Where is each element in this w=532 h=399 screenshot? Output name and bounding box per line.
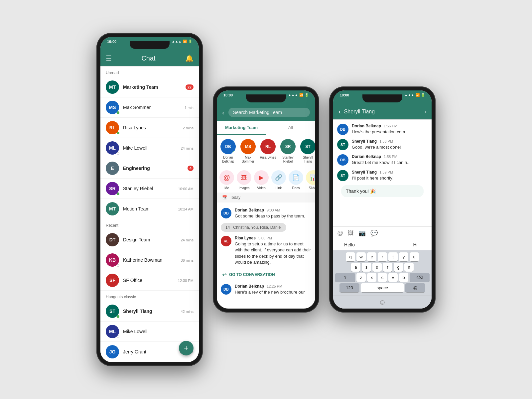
member-name-risa: Risa Lynes: [260, 156, 276, 160]
key-z[interactable]: z: [356, 273, 366, 282]
conv-body-sheryll-1: Sheryll Tiang 1:56 PM Good, we're almost…: [352, 139, 428, 150]
offline-dot-katherine: [117, 264, 119, 267]
autocomplete-empty: [366, 239, 399, 250]
chat-item-max[interactable]: MS Max Sommer 1 min: [100, 97, 199, 118]
action-icon-slides: 📊: [306, 170, 315, 185]
members-row: DB Dorian Belknap MS Max Sommer RL Risa …: [217, 135, 315, 168]
chat-item-sf[interactable]: SF SF Office 12:30 PM: [100, 270, 199, 291]
chat-name-marketing-team: Marketing Team: [123, 84, 186, 90]
menu-icon[interactable]: ☰: [106, 54, 112, 62]
back-button-2[interactable]: ‹: [222, 109, 224, 116]
key-123[interactable]: 123: [339, 283, 359, 292]
action-video[interactable]: ▶ Video: [254, 170, 269, 190]
chat-item-engineering[interactable]: E Engineering 4: [100, 158, 199, 179]
chat-item-mike[interactable]: ML Mike Lowell 24 mins: [100, 138, 199, 158]
chat-info-sf: SF Office: [123, 278, 178, 283]
key-row-1: q w e r t y u: [334, 252, 430, 261]
chat-item-katherine[interactable]: KB Katherine Bowman 36 mins: [100, 250, 199, 270]
conv-body-dorian-1: Dorian Belknap 1:56 PM How's the present…: [352, 124, 428, 135]
msg-dorian-1: DB Dorian Belknap 9:00 AM Got some ideas…: [217, 205, 315, 222]
key-d[interactable]: d: [372, 263, 382, 272]
action-link[interactable]: 🔗 Link: [271, 170, 286, 190]
message-list-2[interactable]: DB Dorian Belknap 9:00 AM Got some ideas…: [217, 202, 315, 309]
msg-avatar-dorian-2: DB: [221, 284, 231, 295]
chat-name-sf: SF Office: [123, 278, 178, 283]
key-r[interactable]: r: [378, 252, 387, 261]
member-dorian[interactable]: DB Dorian Belknap: [219, 139, 237, 164]
msg-risa-1: RL Risa Lynes 5:00 PM Going to setup a t…: [217, 233, 315, 268]
search-header: ‹ Search Marketing Team: [217, 105, 315, 121]
avatar-sf: SF: [106, 274, 119, 287]
back-button-3[interactable]: ‹: [338, 108, 341, 115]
conv-msg-dorian-1: DB Dorian Belknap 1:56 PM How's the pres…: [337, 124, 428, 135]
key-b[interactable]: b: [399, 273, 408, 282]
autocomplete-hi[interactable]: Hi: [399, 239, 432, 250]
emoji-face-icon[interactable]: ☺: [379, 298, 386, 307]
action-slides[interactable]: 📊 Slides: [306, 170, 315, 190]
key-space[interactable]: space: [361, 283, 404, 292]
avatar-jerry: JG: [106, 345, 119, 358]
chat-list[interactable]: Unread MT Marketing Team 22 MS Max Somme…: [100, 66, 199, 362]
chat-item-motion[interactable]: MT Motion Team 10:24 AM: [100, 199, 199, 219]
action-images[interactable]: 🖼 Images: [237, 170, 251, 190]
conv-body-sheryll-2: Sheryll Tiang 1:59 PM I'll post it here …: [352, 170, 428, 181]
key-delete[interactable]: ⌫: [410, 273, 430, 282]
toolbar-image-icon[interactable]: 🖼: [348, 230, 354, 237]
key-row-2: a s d f g h: [334, 263, 430, 272]
bell-icon[interactable]: 🔔: [185, 54, 194, 62]
detail-arrow[interactable]: ›: [425, 109, 426, 114]
key-e[interactable]: e: [367, 252, 376, 261]
thank-you-message: Thank you! 🎉: [341, 185, 424, 197]
key-w[interactable]: w: [356, 252, 366, 261]
key-a[interactable]: a: [351, 263, 360, 272]
msg-time-dorian-1: 9:00 AM: [267, 208, 280, 212]
member-stanley[interactable]: SR Stanley Riebel: [279, 139, 297, 164]
member-name-dorian: Dorian Belknap: [219, 156, 237, 164]
status-bar-1: 10:00 ▲▲▲📶🔋: [100, 37, 199, 52]
msg-text-dorian-1: Got some ideas to pass by the team.: [235, 213, 311, 219]
status-bar-3: 10:00 ▲▲▲📶🔋: [333, 90, 432, 105]
search-input[interactable]: Search Marketing Team: [228, 108, 310, 117]
autocomplete-row: Hello Hi: [333, 239, 432, 250]
toolbar-emoji-icon[interactable]: 💬: [370, 229, 378, 237]
key-at[interactable]: @: [405, 283, 425, 292]
chat-item-sheryll[interactable]: ST Sheryll Tiang 42 mins: [100, 301, 199, 322]
autocomplete-hello[interactable]: Hello: [333, 239, 366, 250]
key-x[interactable]: x: [367, 273, 376, 282]
member-max[interactable]: MS Max Sommer: [239, 139, 257, 164]
section-recent: Recent: [100, 219, 199, 230]
action-label-video: Video: [257, 186, 265, 190]
member-risa[interactable]: RL Risa Lynes: [259, 139, 277, 164]
go-to-convo[interactable]: ↩ GO TO CONVERSATION: [217, 268, 315, 281]
key-v[interactable]: v: [388, 273, 398, 282]
key-q[interactable]: q: [346, 252, 355, 261]
chat-item-marketing-team[interactable]: MT Marketing Team 22: [100, 77, 199, 97]
chat-item-risa[interactable]: RL Risa Lynes 2 mins: [100, 118, 199, 138]
msg-text-risa-1: Going to setup a time for us to meet wit…: [235, 241, 311, 265]
tab-marketing-team[interactable]: Marketing Team: [217, 121, 266, 135]
key-u[interactable]: u: [410, 252, 419, 261]
chat-item-mike2[interactable]: ML Mike Lowell: [100, 322, 199, 342]
toolbar-camera-icon[interactable]: 📷: [358, 229, 366, 237]
chat-name-mike: Mike Lowell: [123, 145, 181, 151]
avatar-engineering: E: [106, 162, 119, 175]
chat-item-design[interactable]: DT Design Team 24 mins: [100, 230, 199, 250]
member-name-max: Max Sommer: [239, 156, 257, 164]
key-s[interactable]: s: [362, 263, 371, 272]
fab-button[interactable]: +: [179, 341, 194, 355]
app-title: Chat: [141, 55, 155, 62]
key-y[interactable]: y: [399, 252, 408, 261]
key-f[interactable]: f: [383, 263, 392, 272]
key-shift[interactable]: ⇧: [335, 273, 355, 282]
action-docs[interactable]: 📄 Docs: [289, 170, 303, 190]
chat-right-sheryll: 42 mins: [181, 309, 194, 314]
member-sheryll[interactable]: ST Sheryll Tiang: [299, 139, 315, 164]
tab-all[interactable]: All: [266, 121, 315, 135]
action-me[interactable]: @ Me: [219, 170, 234, 190]
toolbar-at-icon[interactable]: @: [337, 230, 343, 237]
key-h[interactable]: h: [404, 263, 414, 272]
key-c[interactable]: c: [378, 273, 387, 282]
key-t[interactable]: t: [388, 252, 398, 261]
chat-item-stanley[interactable]: SR Stanley Riebel 10:00 AM: [100, 179, 199, 199]
key-g[interactable]: g: [394, 263, 403, 272]
